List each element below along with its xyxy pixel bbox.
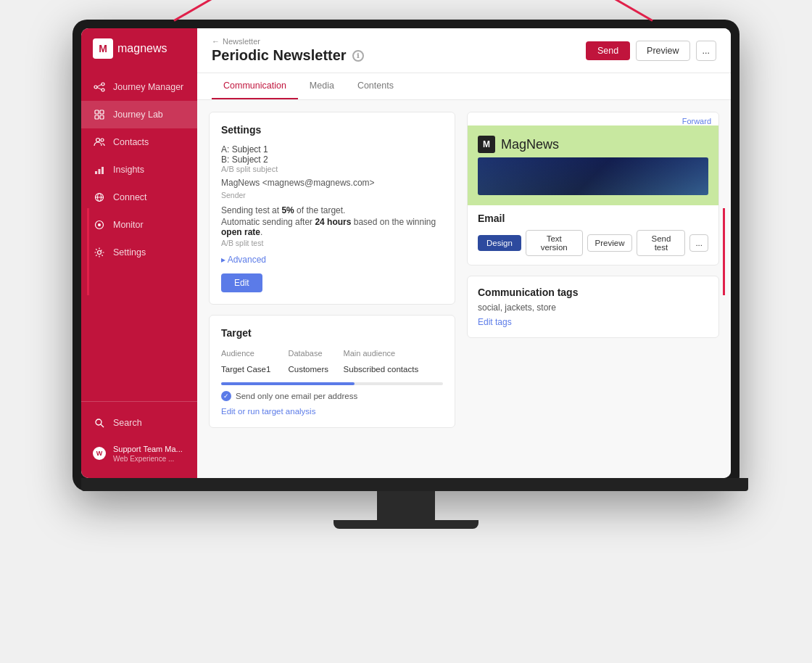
edit-button[interactable]: Edit (221, 273, 262, 292)
sidebar-item-search[interactable]: Search (81, 409, 197, 437)
sidebar-item-contacts[interactable]: Contacts (81, 128, 197, 156)
breadcrumb-text[interactable]: Newsletter (223, 37, 260, 46)
email-banner-logo: M MagNews (478, 136, 559, 153)
svg-point-10 (101, 139, 104, 141)
info-icon[interactable]: ℹ (352, 50, 364, 62)
svg-point-1 (102, 83, 104, 86)
contacts-icon (93, 136, 106, 149)
sidebar-item-journey-lab[interactable]: Journey Lab (81, 101, 197, 128)
target-case: Target Case1 (221, 362, 288, 376)
email-section-label: Email (468, 205, 718, 230)
svg-line-3 (97, 85, 102, 87)
connect-icon (93, 191, 106, 204)
comm-tags-values: social, jackets, store (478, 302, 708, 313)
target-table-row: Target Case1 Customers Subscribed contac… (221, 362, 443, 376)
sidebar-item-monitor[interactable]: Monitor (81, 211, 197, 239)
svg-point-19 (96, 419, 102, 425)
svg-line-20 (101, 424, 104, 427)
logo-icon: M (93, 38, 113, 59)
user-avatar-icon: W (93, 447, 106, 460)
content-area: Settings A: Subject 1 B: Subject 2 A/B s… (197, 100, 731, 478)
ab-split-label: A/B split subject (221, 165, 443, 173)
svg-point-2 (102, 88, 104, 91)
email-more-button[interactable]: ... (689, 234, 708, 252)
col-database: Database (288, 347, 343, 362)
monitor-neck (377, 491, 435, 520)
email-banner: M MagNews (468, 125, 718, 205)
tab-contents[interactable]: Contents (346, 73, 405, 99)
sidebar-label-journey-manager: Journey Manager (113, 82, 183, 92)
split-line1: Sending test at 5% of the target. (221, 205, 443, 215)
tab-media[interactable]: Media (298, 73, 346, 99)
target-table-header: Audience Database Main audience (221, 347, 443, 362)
tabs-bar: Communication Media Contents (197, 73, 731, 100)
col-main-audience: Main audience (344, 347, 443, 362)
sender-name: MagNews <magnews@magnews.com> (221, 178, 443, 188)
sidebar-label-contacts: Contacts (113, 137, 149, 147)
sidebar-item-settings[interactable]: Settings (81, 239, 197, 266)
email-banner-image (478, 157, 708, 195)
svg-point-9 (96, 139, 100, 142)
page-title: Periodic Newsletter ℹ (212, 47, 364, 64)
edit-tags-link[interactable]: Edit tags (478, 317, 708, 327)
svg-point-17 (98, 223, 101, 226)
advanced-link[interactable]: ▸ Advanced (221, 255, 443, 265)
col-audience: Audience (221, 347, 288, 362)
progress-bar-container (221, 382, 443, 385)
more-button[interactable]: ... (696, 41, 716, 61)
forward-link[interactable]: Forward (468, 112, 718, 125)
logo-text: magnews (117, 42, 167, 55)
svg-rect-13 (102, 167, 104, 174)
breadcrumb: ← Newsletter (212, 37, 364, 46)
email-preview-card: Forward M MagNews Email (467, 112, 719, 265)
send-once-label: Send only one email per address (236, 392, 357, 400)
sidebar-nav: Journey Manager Journey Lab (81, 69, 197, 478)
breadcrumb-arrow: ← (212, 37, 220, 46)
target-main-audience: Subscribed contacts (344, 362, 443, 376)
sidebar-label-connect: Connect (113, 192, 147, 202)
send-once-row: ✓ Send only one email per address (221, 391, 443, 401)
comm-tags-title: Communication tags (478, 287, 708, 298)
tab-communication[interactable]: Communication (212, 73, 298, 99)
preview-button[interactable]: Preview (636, 41, 689, 61)
svg-line-4 (97, 88, 102, 90)
svg-rect-5 (95, 110, 99, 114)
ab-split-test-label: A/B split test (221, 239, 443, 247)
split-info-section: Sending test at 5% of the target. Automa… (221, 205, 443, 247)
target-table: Audience Database Main audience Target C… (221, 347, 443, 376)
support-sublabel: Web Experience ... (113, 454, 183, 464)
left-panel: Settings A: Subject 1 B: Subject 2 A/B s… (209, 112, 455, 466)
text-version-button[interactable]: Text version (526, 230, 583, 256)
sidebar-label-monitor: Monitor (113, 220, 144, 230)
top-bar-actions: Send Preview ... (586, 41, 716, 61)
search-icon (93, 416, 106, 429)
sidebar-item-connect[interactable]: Connect (81, 184, 197, 211)
header-left: ← Newsletter Periodic Newsletter ℹ (212, 37, 364, 64)
monitor-icon (93, 218, 106, 231)
svg-rect-12 (99, 169, 101, 174)
target-card: Target Audience Database Main audience (209, 315, 455, 428)
journey-lab-icon (93, 108, 106, 121)
svg-point-0 (94, 86, 97, 88)
target-title: Target (221, 327, 443, 339)
sidebar-item-support[interactable]: W Support Team Ma... Web Experience ... (81, 437, 197, 471)
send-test-button[interactable]: Send test (637, 230, 685, 256)
sidebar-item-insights[interactable]: Insights (81, 156, 197, 184)
magnews-m-icon: M (478, 136, 495, 153)
preview-email-button[interactable]: Preview (587, 234, 633, 252)
support-name: Support Team Ma... (113, 444, 183, 454)
sidebar-search-label: Search (113, 418, 142, 428)
magnews-logo-text: MagNews (501, 137, 559, 152)
svg-point-18 (98, 251, 102, 255)
sidebar-item-journey-manager[interactable]: Journey Manager (81, 73, 197, 101)
svg-rect-6 (100, 110, 104, 114)
target-analysis-link[interactable]: Edit or run target analysis (221, 407, 443, 416)
top-bar: ← Newsletter Periodic Newsletter ℹ Send … (197, 28, 731, 73)
send-button[interactable]: Send (586, 41, 630, 60)
sender-label: Sender (221, 191, 443, 199)
sidebar-label-insights: Insights (113, 165, 144, 175)
sender-section: MagNews <magnews@magnews.com> Sender (221, 178, 443, 199)
subject-b: B: Subject 2 (221, 155, 443, 165)
design-button[interactable]: Design (478, 235, 521, 251)
subject-a: A: Subject 1 (221, 144, 443, 155)
